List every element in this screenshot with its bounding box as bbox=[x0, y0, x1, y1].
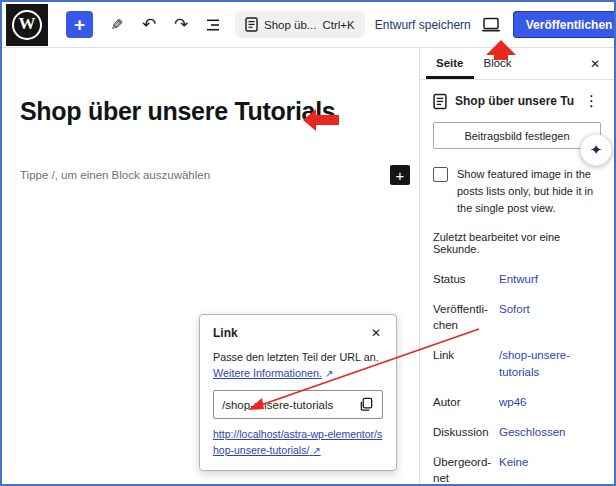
document-summary-row: Shop über unsere Tutorials ⋮ bbox=[433, 92, 601, 110]
row-label: Link bbox=[433, 347, 499, 363]
row-discussion: Diskussion Geschlossen bbox=[433, 416, 601, 446]
row-status: Status Entwurf bbox=[433, 263, 601, 293]
popover-close-icon[interactable]: ✕ bbox=[369, 326, 383, 340]
page-summary-rows: Status Entwurf Veröffentli-chen Sofort L… bbox=[433, 263, 601, 486]
more-information-link[interactable]: Weitere Informationen. bbox=[213, 367, 322, 379]
copy-icon[interactable] bbox=[357, 395, 376, 414]
document-actions-kebab-icon[interactable]: ⋮ bbox=[582, 92, 601, 110]
laptop-glyph bbox=[481, 17, 501, 33]
editor-top-toolbar: W + ✎ ↶ ↷ Shop üb... Ctrl+K Entwurf spei… bbox=[2, 2, 614, 48]
edit-mode-pencil-icon[interactable]: ✎ bbox=[104, 12, 130, 38]
tab-page[interactable]: Seite bbox=[426, 49, 474, 79]
empty-block-row[interactable]: Tippe /, um einen Block auszuwählen + bbox=[20, 164, 410, 186]
command-palette-document-title: Shop üb... bbox=[264, 19, 316, 31]
wordpress-logo-icon[interactable]: W bbox=[6, 4, 48, 46]
block-placeholder-text[interactable]: Tippe /, um einen Block auszuwählen bbox=[20, 169, 390, 181]
row-author: Autor wp46 bbox=[433, 386, 601, 416]
row-label: Autor bbox=[433, 394, 499, 410]
list-view-glyph bbox=[204, 16, 222, 34]
document-icon bbox=[433, 93, 447, 110]
tab-block[interactable]: Block bbox=[474, 49, 522, 79]
block-inserter-button[interactable]: + bbox=[390, 165, 410, 185]
undo-icon[interactable]: ↶ bbox=[136, 12, 162, 38]
row-label: Übergeord-net bbox=[433, 454, 499, 486]
post-title[interactable]: Shop über unsere Tutorials bbox=[20, 97, 335, 126]
author-value[interactable]: wp46 bbox=[499, 394, 527, 410]
row-link: Link /shop-unsere-tutorials bbox=[433, 339, 601, 385]
row-label: Status bbox=[433, 271, 499, 287]
slug-field-wrapper bbox=[213, 390, 383, 419]
wordpress-editor-window: W + ✎ ↶ ↷ Shop üb... Ctrl+K Entwurf spei… bbox=[0, 0, 616, 486]
link-popover: Link ✕ Passe den letzten Teil der URL an… bbox=[199, 314, 397, 471]
popover-description-text: Passe den letzten Teil der URL an. bbox=[213, 351, 379, 363]
external-link-icon: ↗ bbox=[325, 368, 333, 379]
link-slug-value[interactable]: /shop-unsere-tutorials bbox=[499, 347, 601, 379]
preview-device-icon[interactable] bbox=[478, 12, 504, 38]
document-icon bbox=[245, 17, 258, 32]
wordpress-w-glyph: W bbox=[12, 10, 42, 40]
status-value[interactable]: Entwurf bbox=[499, 271, 538, 287]
last-edited-text: Zuletzt bearbeitet vor eine Sekunde. bbox=[433, 231, 601, 255]
redo-icon[interactable]: ↷ bbox=[168, 12, 194, 38]
row-parent: Übergeord-net Keine bbox=[433, 446, 601, 486]
block-inserter-toggle-button[interactable]: + bbox=[66, 11, 93, 38]
parent-value[interactable]: Keine bbox=[499, 454, 528, 470]
set-featured-image-button[interactable]: Beitragsbild festlegen bbox=[433, 122, 601, 149]
row-publish: Veröffentli-chen Sofort bbox=[433, 293, 601, 339]
discussion-value[interactable]: Geschlossen bbox=[499, 424, 565, 440]
sidebar-document-title: Shop über unsere Tutorials bbox=[455, 94, 574, 108]
command-palette-shortcut: Ctrl+K bbox=[322, 19, 354, 31]
permalink-preview-link[interactable]: http://localhost/astra-wp-elementor/shop… bbox=[213, 427, 383, 459]
save-draft-button[interactable]: Entwurf speichern bbox=[375, 18, 471, 32]
external-link-icon: ↗ bbox=[312, 445, 320, 456]
copy-glyph bbox=[359, 397, 374, 412]
sidebar-close-icon[interactable]: ✕ bbox=[582, 49, 608, 79]
featured-image-checkbox-label[interactable]: Show featured image in the posts lists o… bbox=[457, 166, 601, 217]
settings-sidebar: Seite Block ✕ Shop über unsere Tutorials… bbox=[419, 49, 614, 484]
sparkle-icon: ✦ bbox=[590, 141, 603, 159]
sparkle-assistant-button[interactable]: ✦ bbox=[580, 134, 612, 166]
popover-description: Passe den letzten Teil der URL an. Weite… bbox=[213, 349, 383, 381]
publish-date-value[interactable]: Sofort bbox=[499, 301, 530, 317]
row-label: Diskussion bbox=[433, 424, 499, 440]
list-view-icon[interactable] bbox=[200, 12, 226, 38]
permalink-url: http://localhost/astra-wp-elementor/shop… bbox=[213, 428, 382, 456]
featured-image-option-row: Show featured image in the posts lists o… bbox=[433, 166, 601, 217]
featured-image-checkbox[interactable] bbox=[433, 167, 448, 182]
sidebar-tab-bar: Seite Block ✕ bbox=[420, 49, 614, 80]
publish-button[interactable]: Veröffentlichen bbox=[513, 11, 616, 38]
popover-header: Link ✕ bbox=[213, 326, 383, 340]
slug-input[interactable] bbox=[222, 399, 353, 411]
popover-title: Link bbox=[213, 326, 369, 340]
command-palette-button[interactable]: Shop üb... Ctrl+K bbox=[235, 11, 365, 38]
row-label: Veröffentli-chen bbox=[433, 301, 499, 333]
